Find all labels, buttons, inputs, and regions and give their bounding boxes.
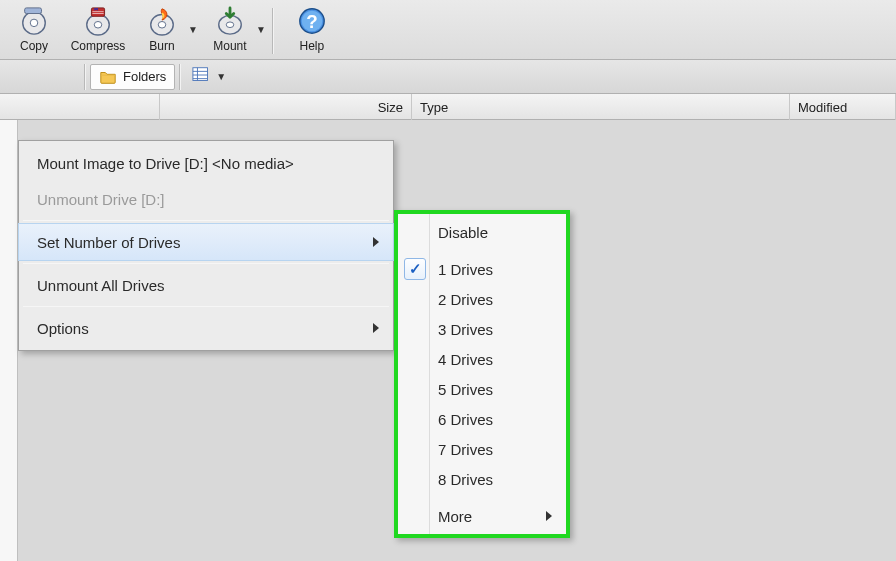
burn-icon: [146, 5, 178, 37]
column-header-name[interactable]: [0, 94, 160, 120]
compress-button[interactable]: Compress: [66, 4, 130, 58]
menu-label: Disable: [438, 224, 488, 241]
menu-label: 1 Drives: [438, 261, 493, 278]
menu-separator: [23, 263, 389, 264]
column-header-modified[interactable]: Modified: [790, 94, 896, 120]
secbar-separator: [84, 64, 86, 90]
folders-label: Folders: [123, 69, 166, 84]
toolbar-label: Burn: [149, 39, 174, 53]
submenu-disable[interactable]: Disable: [398, 217, 566, 247]
submenu-7-drives[interactable]: 7 Drives: [398, 434, 566, 464]
menu-label: 4 Drives: [438, 351, 493, 368]
nav-placeholder: [4, 64, 80, 90]
submenu-6-drives[interactable]: 6 Drives: [398, 404, 566, 434]
help-icon: ?: [296, 5, 328, 37]
submenu-arrow-icon: [373, 237, 379, 247]
menu-label: More: [438, 508, 472, 525]
submenu-5-drives[interactable]: 5 Drives: [398, 374, 566, 404]
drives-submenu: Disable ✓ 1 Drives 2 Drives 3 Drives 4 D…: [394, 210, 570, 538]
copy-icon: [18, 5, 50, 37]
toolbar-label: Mount: [213, 39, 246, 53]
menu-label: Set Number of Drives: [37, 234, 180, 251]
svg-point-7: [158, 21, 166, 28]
views-button[interactable]: ▼: [185, 64, 233, 90]
menu-label: Unmount Drive [D:]: [37, 191, 165, 208]
submenu-1-drives[interactable]: ✓ 1 Drives: [398, 254, 566, 284]
menu-separator: [23, 306, 389, 307]
menu-label: 5 Drives: [438, 381, 493, 398]
submenu-arrow-icon: [546, 511, 552, 521]
mount-button[interactable]: Mount: [198, 4, 262, 58]
copy-button[interactable]: Copy: [2, 4, 66, 58]
menu-label: 6 Drives: [438, 411, 493, 428]
chevron-down-icon: ▼: [216, 71, 226, 82]
column-header-type[interactable]: Type: [412, 94, 790, 120]
submenu-more[interactable]: More: [398, 501, 566, 531]
menu-unmount-all-drives[interactable]: Unmount All Drives: [19, 267, 393, 303]
menu-label: 8 Drives: [438, 471, 493, 488]
submenu-2-drives[interactable]: 2 Drives: [398, 284, 566, 314]
menu-options[interactable]: Options: [19, 310, 393, 346]
folder-tree-edge: [0, 120, 18, 561]
svg-point-4: [94, 21, 102, 28]
menu-label: 7 Drives: [438, 441, 493, 458]
menu-mount-image[interactable]: Mount Image to Drive [D:] <No media>: [19, 145, 393, 181]
menu-label: Options: [37, 320, 89, 337]
menu-label: 2 Drives: [438, 291, 493, 308]
column-header-row: Size Type Modified: [0, 94, 896, 120]
burn-button[interactable]: Burn: [130, 4, 194, 58]
menu-unmount-drive: Unmount Drive [D:]: [19, 181, 393, 217]
submenu-arrow-icon: [373, 323, 379, 333]
check-icon: ✓: [404, 258, 426, 280]
folders-button[interactable]: Folders: [90, 64, 175, 90]
menu-set-number-of-drives[interactable]: Set Number of Drives: [19, 224, 393, 260]
menu-label: Unmount All Drives: [37, 277, 165, 294]
mount-context-menu: Mount Image to Drive [D:] <No media> Unm…: [18, 140, 394, 351]
svg-text:?: ?: [306, 11, 317, 32]
svg-rect-2: [25, 8, 42, 14]
menu-label: 3 Drives: [438, 321, 493, 338]
toolbar-label: Compress: [71, 39, 126, 53]
compress-icon: [82, 5, 114, 37]
toolbar-label: Help: [299, 39, 324, 53]
svg-point-9: [226, 22, 234, 28]
folder-icon: [99, 68, 117, 86]
submenu-4-drives[interactable]: 4 Drives: [398, 344, 566, 374]
toolbar-label: Copy: [20, 39, 48, 53]
mount-dropdown-caret[interactable]: ▼: [256, 24, 266, 35]
column-header-size[interactable]: Size: [160, 94, 412, 120]
help-button[interactable]: ? Help: [280, 4, 344, 58]
views-icon: [192, 66, 212, 87]
mount-icon: [214, 5, 246, 37]
secondary-toolbar: Folders ▼: [0, 60, 896, 94]
submenu-8-drives[interactable]: 8 Drives: [398, 464, 566, 494]
menu-label: Mount Image to Drive [D:] <No media>: [37, 155, 294, 172]
submenu-3-drives[interactable]: 3 Drives: [398, 314, 566, 344]
main-toolbar: Copy Compress Burn: [0, 0, 896, 60]
toolbar-separator: [272, 8, 274, 54]
burn-dropdown-caret[interactable]: ▼: [188, 24, 198, 35]
menu-separator: [23, 220, 389, 221]
secbar-separator: [179, 64, 181, 90]
svg-point-1: [30, 19, 38, 27]
